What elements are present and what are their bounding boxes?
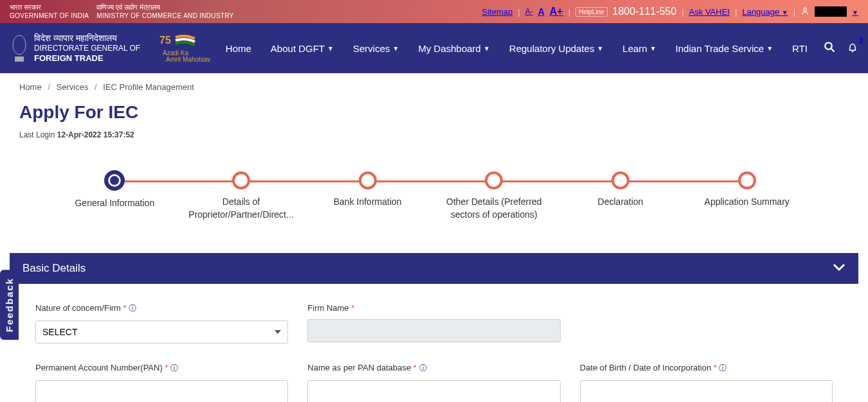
basic-details-panel-header[interactable]: Basic Details <box>10 253 858 284</box>
pan-name-input[interactable] <box>307 380 560 402</box>
svg-point-0 <box>804 8 807 11</box>
firm-name-input[interactable] <box>307 319 560 342</box>
step-other-details[interactable]: Other Details (Preferred sectors of oper… <box>431 171 557 221</box>
user-icon <box>800 6 809 17</box>
svg-text:75: 75 <box>159 35 171 46</box>
nav-learn[interactable]: Learn▼ <box>622 43 656 54</box>
info-icon[interactable]: ⓘ <box>419 363 427 372</box>
pan-name-label: Name as per PAN database * ⓘ <box>307 363 560 374</box>
svg-rect-2 <box>15 57 24 62</box>
nav-home[interactable]: Home <box>226 43 251 54</box>
nature-of-firm-label: Nature of concern/Firm * ⓘ <box>35 303 288 314</box>
search-icon[interactable] <box>824 41 835 55</box>
nature-of-firm-select[interactable]: SELECT <box>35 320 288 344</box>
step-summary[interactable]: Application Summary <box>683 171 810 221</box>
ministry-hindi: वाणिज्य एवं उद्योग मंत्रालय <box>96 3 233 12</box>
step-bank-info[interactable]: Bank Information <box>304 171 431 221</box>
gov-eng: GOVERNMENT OF INDIA <box>10 12 89 20</box>
breadcrumb-services[interactable]: Services <box>57 82 89 92</box>
nav-rti[interactable]: RTI <box>792 43 808 54</box>
panel-title: Basic Details <box>23 262 86 275</box>
sitemap-link[interactable]: Sitemap <box>482 7 513 17</box>
dob-label: Date of Birth / Date of Incorporation * … <box>580 363 833 374</box>
ashoka-emblem-icon <box>10 32 29 64</box>
svg-point-1 <box>13 35 26 55</box>
breadcrumb: Home / Services / IEC Profile Management <box>0 73 868 97</box>
font-increase[interactable]: A+ <box>550 6 563 17</box>
breadcrumb-current: IEC Profile Management <box>103 82 194 92</box>
info-icon[interactable]: ⓘ <box>170 363 178 372</box>
azadi-mahotsav-logo: 75 Azadi Ka Amrit Mahotsav <box>159 31 224 66</box>
progress-stepper: General Information Details of Proprieto… <box>0 152 868 240</box>
last-login: Last Login 12-Apr-2022 15:37:52 <box>0 128 868 152</box>
feedback-button[interactable]: Feedback <box>0 270 19 340</box>
step-proprietor-details[interactable]: Details of Proprietor/Partner/Direct... <box>178 171 305 221</box>
gov-identity: भारत सरकार GOVERNMENT OF INDIA वाणिज्य ए… <box>10 3 234 19</box>
nav-regulatory[interactable]: Regulatory Updates▼ <box>509 43 603 54</box>
nav-services[interactable]: Services▼ <box>353 43 399 54</box>
info-icon[interactable]: ⓘ <box>719 363 727 372</box>
page-title: Apply For IEC <box>0 97 868 128</box>
nav-its[interactable]: Indian Trade Service▼ <box>676 43 773 54</box>
svg-point-6 <box>825 42 832 49</box>
pan-label: Permanent Account Number(PAN) * ⓘ <box>35 363 288 374</box>
svg-text:Amrit Mahotsav: Amrit Mahotsav <box>166 56 210 63</box>
info-icon[interactable]: ⓘ <box>129 304 136 313</box>
helpline-number: 1800-111-550 <box>613 6 677 17</box>
main-nav: विदेश व्यापार महानिदेशालय DIRECTORATE GE… <box>0 23 868 73</box>
font-default[interactable]: A <box>538 6 545 17</box>
basic-details-panel-body: Nature of concern/Firm * ⓘ SELECT Firm N… <box>10 284 858 402</box>
pan-input[interactable] <box>35 380 288 402</box>
user-menu-dropdown[interactable]: ▼ <box>852 7 858 17</box>
helpline-badge: HelpLine <box>575 7 607 17</box>
chevron-down-icon <box>833 262 845 275</box>
notification-count: 2 <box>859 36 863 46</box>
dgft-logo-text: विदेश व्यापार महानिदेशालय DIRECTORATE GE… <box>34 32 140 65</box>
nav-links: Home About DGFT▼ Services▼ My Dashboard▼… <box>226 43 808 54</box>
language-dropdown[interactable]: Language ▼ <box>742 7 788 17</box>
gov-top-bar: भारत सरकार GOVERNMENT OF INDIA वाणिज्य ए… <box>0 0 868 23</box>
firm-name-label: Firm Name * <box>307 303 560 313</box>
gov-hindi: भारत सरकार <box>10 3 89 12</box>
breadcrumb-home[interactable]: Home <box>19 82 42 92</box>
svg-line-7 <box>831 48 834 51</box>
notification-bell-icon[interactable]: 2 <box>847 41 858 55</box>
username-redacted <box>815 6 847 17</box>
top-utility-links: Sitemap | A- A A+ | HelpLine 1800-111-55… <box>482 6 858 17</box>
ask-vahei-link[interactable]: Ask VAHEI <box>689 7 730 17</box>
ministry-eng: MINISTRY OF COMMERCE AND INDUSTRY <box>96 12 233 20</box>
font-decrease[interactable]: A- <box>525 7 533 16</box>
nav-about[interactable]: About DGFT▼ <box>271 43 334 54</box>
step-general-info[interactable]: General Information <box>51 171 178 221</box>
step-declaration[interactable]: Declaration <box>557 171 684 221</box>
nav-dashboard[interactable]: My Dashboard▼ <box>418 43 489 54</box>
dob-input[interactable] <box>580 380 833 402</box>
